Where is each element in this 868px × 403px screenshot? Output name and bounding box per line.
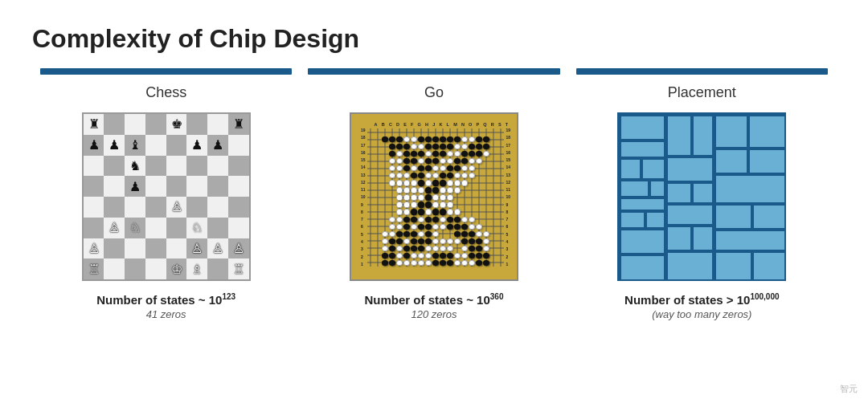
go-cell	[389, 245, 396, 252]
go-cell	[424, 216, 432, 223]
go-stone	[403, 136, 409, 142]
go-cell	[446, 172, 453, 179]
go-stone	[411, 180, 416, 185]
go-number: 13	[361, 173, 366, 177]
go-cell	[418, 186, 425, 193]
go-cell	[446, 230, 453, 238]
go-stone	[425, 136, 431, 142]
go-cell	[403, 136, 411, 143]
go-cell	[432, 157, 439, 165]
go-stone	[469, 260, 474, 266]
go-stone	[382, 231, 387, 237]
chess-cell	[84, 176, 104, 197]
go-stone	[440, 151, 445, 157]
go-stone	[454, 136, 460, 142]
chess-cell	[125, 114, 145, 135]
go-number: 11	[506, 188, 510, 192]
go-cell	[382, 202, 389, 209]
go-cell	[367, 128, 375, 136]
chess-cell: ♚	[166, 114, 187, 135]
go-cell	[446, 143, 453, 150]
go-number: 5	[506, 233, 510, 237]
go-stone	[382, 136, 387, 142]
go-cell	[424, 259, 432, 267]
chess-cell	[207, 218, 228, 238]
go-cell	[424, 202, 432, 209]
go-cell	[439, 209, 446, 216]
go-cell	[468, 157, 475, 165]
go-stone	[382, 253, 387, 258]
go-number: 15	[361, 158, 366, 162]
go-stone	[425, 224, 431, 230]
go-cell	[367, 202, 375, 209]
chess-cell	[145, 197, 166, 218]
go-cell	[468, 202, 475, 209]
go-stone	[418, 173, 424, 178]
go-cell	[432, 128, 439, 136]
go-stone	[461, 158, 467, 164]
go-stone	[389, 260, 395, 266]
go-cell	[403, 150, 411, 157]
go-cell	[468, 136, 475, 143]
go-stone	[454, 158, 460, 164]
go-number: 16	[361, 151, 366, 155]
go-stone	[389, 224, 395, 230]
go-cell	[439, 143, 446, 150]
go-cell	[475, 179, 482, 186]
go-cell	[411, 128, 418, 136]
chess-cell: ♘	[186, 218, 207, 238]
go-stone	[469, 165, 474, 171]
go-stone	[396, 180, 402, 185]
go-stone	[447, 224, 452, 230]
go-cell	[403, 259, 411, 267]
chess-board: ♜♚♜♟♟♝♟♟♞♟♙♙♘♘♙♙♙♙♖♔♗♖	[82, 112, 251, 281]
go-cell	[396, 238, 403, 245]
go-stone	[411, 158, 416, 164]
go-stone	[432, 238, 438, 244]
go-stone	[418, 165, 424, 171]
go-cell	[497, 186, 504, 193]
chess-stat-sub: 41 zeros	[146, 308, 186, 320]
go-cell	[396, 165, 403, 172]
go-cell	[468, 252, 475, 259]
go-stone	[389, 144, 395, 149]
go-cell	[489, 202, 497, 209]
go-stone	[396, 260, 402, 266]
go-cell	[439, 157, 446, 165]
go-cell	[411, 165, 418, 172]
go-left-nums: 19181716151413121110987654321	[361, 128, 366, 267]
go-cell	[418, 202, 425, 209]
go-right-nums: 19181716151413121110987654321	[506, 128, 510, 267]
go-cell	[489, 216, 497, 223]
go-stone	[425, 253, 431, 258]
go-cell	[411, 143, 418, 150]
go-cell	[432, 193, 439, 201]
go-cell	[418, 172, 425, 179]
go-stone	[454, 151, 460, 157]
go-stone	[447, 202, 452, 207]
go-number: 6	[506, 225, 510, 229]
go-stone	[454, 173, 460, 178]
go-stone	[461, 173, 467, 178]
go-cell	[446, 179, 453, 186]
go-cell	[375, 186, 382, 193]
go-stone	[418, 144, 424, 149]
go-cell	[475, 230, 482, 238]
go-cell	[382, 143, 389, 150]
go-cell	[446, 202, 453, 209]
chess-cell	[145, 258, 166, 279]
go-cell	[424, 150, 432, 157]
go-cell	[396, 128, 403, 136]
go-cell	[482, 238, 489, 245]
chess-cell	[145, 238, 166, 259]
go-cell	[482, 143, 489, 150]
go-cell	[403, 143, 411, 150]
go-stone	[418, 217, 424, 222]
go-stone	[403, 217, 409, 222]
go-cell	[439, 252, 446, 259]
go-stone	[483, 260, 489, 266]
go-stone	[425, 165, 431, 171]
chess-cell	[125, 197, 145, 218]
go-cell	[461, 209, 468, 216]
go-cell	[403, 238, 411, 245]
